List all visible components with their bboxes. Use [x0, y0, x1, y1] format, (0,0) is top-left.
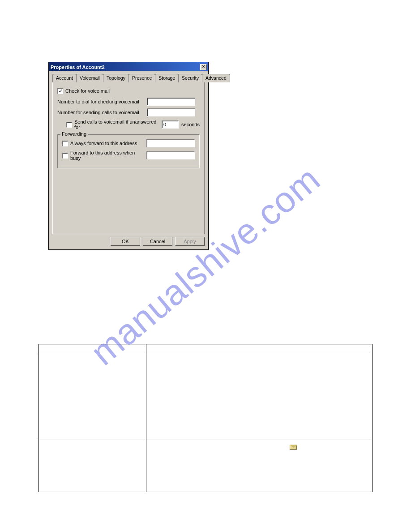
table-header-row: [39, 344, 372, 354]
table-cell-r1c2: [146, 354, 372, 439]
busy-forward-checkbox[interactable]: [62, 153, 68, 159]
number-dial-row: Number to dial for checking voicemail: [57, 98, 200, 106]
table-header-1: [39, 344, 146, 354]
tab-topology[interactable]: Topology: [103, 74, 129, 82]
table-header-2: [146, 344, 372, 354]
number-send-row: Number for sending calls to voicemail: [57, 108, 200, 116]
send-unanswered-row: Send calls to voicemail if unanswered fo…: [66, 119, 200, 130]
tab-voicemail[interactable]: Voicemail: [76, 74, 103, 82]
tab-strip: Account Voicemail Topology Presence Stor…: [52, 74, 205, 82]
forwarding-legend: Forwarding: [60, 131, 88, 137]
always-forward-row: Always forward to this address: [62, 139, 195, 147]
number-send-input[interactable]: [147, 108, 195, 116]
seconds-label: seconds: [181, 122, 200, 127]
forwarding-fieldset: Forwarding Always forward to this addres…: [57, 134, 200, 168]
tab-advanced[interactable]: Advanced: [202, 74, 230, 82]
info-table: [39, 344, 372, 492]
dialog-title: Properties of Account2: [51, 64, 105, 70]
send-unanswered-label: Send calls to voicemail if unanswered fo…: [74, 119, 159, 130]
send-unanswered-input[interactable]: [162, 120, 179, 129]
number-dial-label: Number to dial for checking voicemail: [57, 99, 147, 104]
table-row: [39, 439, 372, 492]
table-row: [39, 354, 372, 439]
properties-dialog: Properties of Account2 X Account Voicema…: [48, 62, 209, 250]
tab-storage[interactable]: Storage: [155, 74, 179, 82]
table-cell-r1c1: [39, 354, 146, 439]
busy-forward-input[interactable]: [146, 151, 195, 159]
tab-panel-voicemail: Check for voice mail Number to dial for …: [52, 82, 205, 234]
tab-account[interactable]: Account: [52, 74, 77, 82]
tab-presence[interactable]: Presence: [128, 74, 155, 82]
busy-forward-label: Forward to this address when busy: [70, 150, 146, 161]
ok-button[interactable]: OK: [111, 237, 140, 246]
busy-forward-row: Forward to this address when busy: [62, 150, 195, 161]
check-voicemail-row: Check for voice mail: [57, 87, 200, 95]
always-forward-input[interactable]: [146, 139, 195, 147]
always-forward-checkbox[interactable]: [62, 141, 68, 146]
always-forward-label: Always forward to this address: [70, 141, 146, 146]
dialog-body: Account Voicemail Topology Presence Stor…: [49, 71, 208, 249]
check-voicemail-label: Check for voice mail: [65, 88, 110, 94]
number-dial-input[interactable]: [147, 98, 195, 106]
apply-button[interactable]: Apply: [175, 237, 205, 246]
envelope-icon: [290, 445, 297, 450]
number-send-label: Number for sending calls to voicemail: [57, 110, 147, 115]
cancel-button[interactable]: Cancel: [143, 237, 172, 246]
check-voicemail-checkbox[interactable]: [57, 88, 63, 94]
send-unanswered-checkbox[interactable]: [66, 122, 72, 128]
table-cell-r2c1: [39, 439, 146, 492]
close-button[interactable]: X: [200, 64, 207, 70]
titlebar: Properties of Account2 X: [49, 62, 208, 71]
dialog-buttons: OK Cancel Apply: [52, 234, 205, 246]
tab-security[interactable]: Security: [178, 74, 202, 82]
table-cell-r2c2: [146, 439, 372, 492]
